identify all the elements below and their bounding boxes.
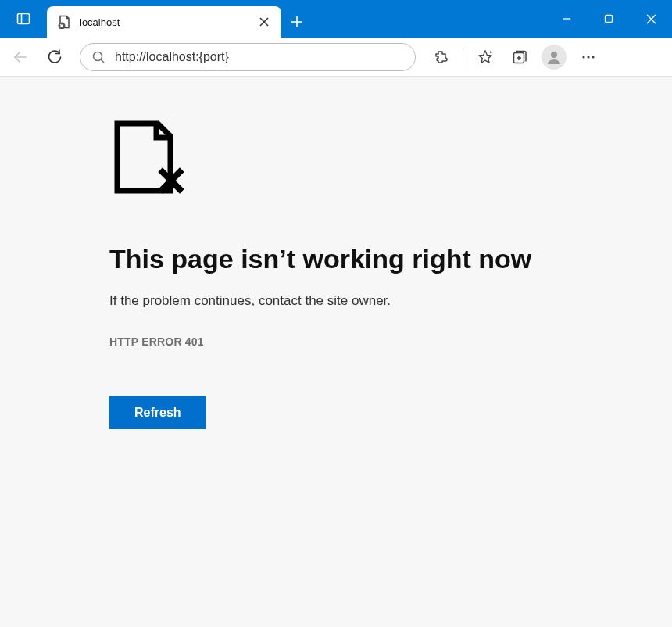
minimize-button[interactable] <box>545 0 588 38</box>
error-title: This page isn’t working right now <box>109 244 672 274</box>
maximize-button[interactable] <box>588 0 630 38</box>
new-tab-button[interactable] <box>281 6 313 38</box>
tab-actions-area <box>0 0 47 38</box>
vertical-tabs-toggle[interactable] <box>11 6 36 31</box>
search-icon <box>91 50 105 64</box>
favorites-button[interactable] <box>470 41 501 73</box>
page-content: This page isn’t working right now If the… <box>0 77 672 627</box>
svg-point-22 <box>587 56 589 58</box>
error-code: HTTP ERROR 401 <box>109 335 672 348</box>
url-input[interactable] <box>115 50 404 64</box>
refresh-button[interactable] <box>39 41 70 73</box>
svg-point-12 <box>94 52 102 60</box>
window-controls <box>545 0 672 38</box>
svg-point-21 <box>582 56 584 58</box>
titlebar: localhost <box>0 0 672 38</box>
error-message: If the problem continues, contact the si… <box>109 293 672 309</box>
svg-rect-0 <box>18 14 30 24</box>
tab-favicon-error-icon <box>58 15 72 29</box>
svg-line-13 <box>101 59 104 63</box>
svg-rect-8 <box>606 16 613 23</box>
browser-tab[interactable]: localhost <box>47 6 281 38</box>
browser-toolbar <box>0 38 672 77</box>
svg-point-20 <box>551 52 557 58</box>
profile-avatar[interactable] <box>542 45 567 70</box>
collections-button[interactable] <box>504 41 535 73</box>
tab-title: localhost <box>80 16 247 28</box>
svg-point-23 <box>592 56 594 58</box>
separator <box>463 48 463 66</box>
error-page-icon <box>113 120 672 197</box>
address-bar[interactable] <box>80 43 416 71</box>
back-button[interactable] <box>5 41 36 73</box>
tab-close-button[interactable] <box>255 13 273 31</box>
extensions-button[interactable] <box>425 41 456 73</box>
menu-button[interactable] <box>573 41 604 73</box>
refresh-page-button[interactable]: Refresh <box>109 396 206 429</box>
close-window-button[interactable] <box>630 0 672 38</box>
